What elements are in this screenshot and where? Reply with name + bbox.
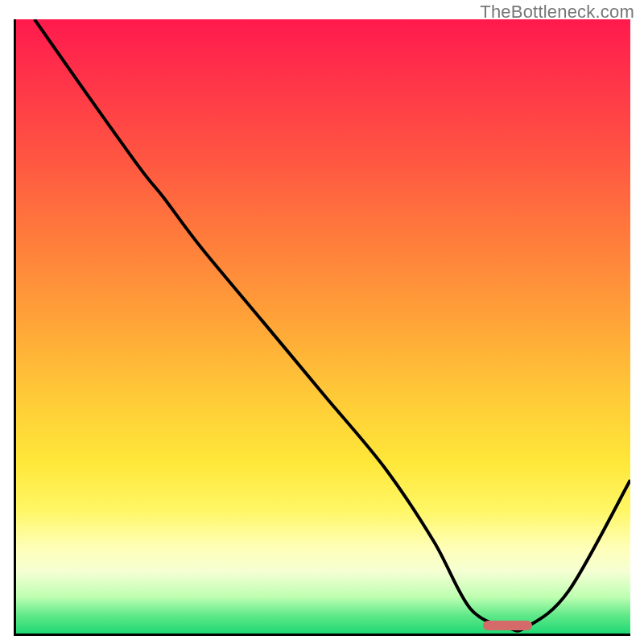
plot-area [14,19,630,636]
bottleneck-curve [16,19,630,634]
curve-path [35,19,630,631]
chart-canvas: TheBottleneck.com [0,0,644,644]
optimal-marker [483,621,532,630]
